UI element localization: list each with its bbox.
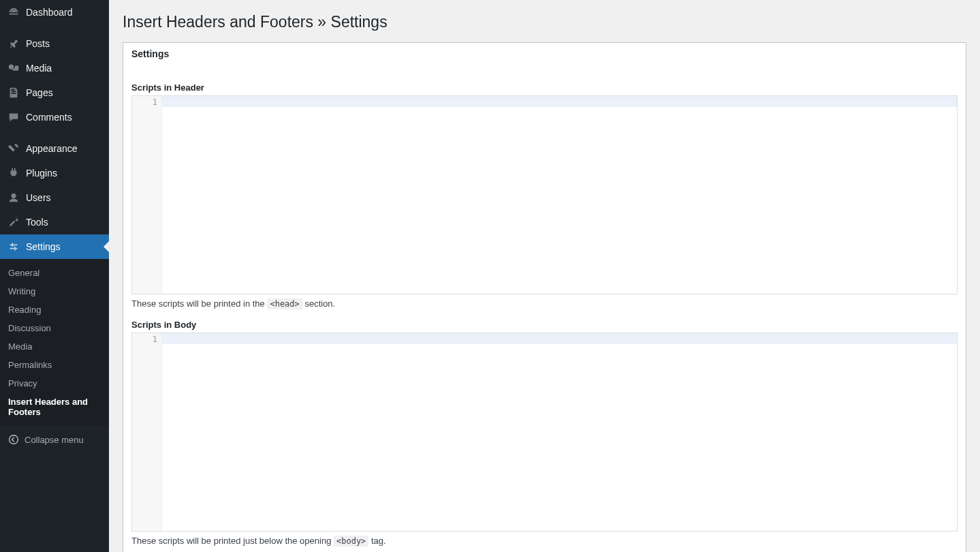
sidebar-item-tools[interactable]: Tools bbox=[0, 210, 109, 234]
appearance-icon bbox=[7, 142, 20, 155]
settings-icon bbox=[7, 240, 20, 254]
header-scripts-editor: 1 bbox=[131, 95, 958, 294]
submenu-item-general[interactable]: General bbox=[0, 264, 109, 282]
sidebar-item-plugins[interactable]: Plugins bbox=[0, 161, 109, 185]
pin-icon bbox=[7, 37, 20, 50]
sidebar-item-label: Tools bbox=[26, 217, 48, 228]
sidebar-item-label: Pages bbox=[26, 87, 53, 98]
collapse-icon bbox=[7, 433, 20, 446]
sidebar-item-dashboard[interactable]: Dashboard bbox=[0, 0, 109, 25]
line-number: 1 bbox=[132, 335, 157, 344]
sidebar-item-label: Posts bbox=[26, 38, 50, 49]
users-icon bbox=[7, 191, 20, 204]
admin-sidebar: Dashboard Posts Media Pages Comments App… bbox=[0, 0, 109, 552]
editor-gutter: 1 bbox=[132, 96, 162, 294]
header-scripts-description: These scripts will be printed in the <he… bbox=[131, 298, 958, 309]
sidebar-item-users[interactable]: Users bbox=[0, 185, 109, 210]
sidebar-item-label: Plugins bbox=[26, 168, 57, 179]
submenu-item-permalinks[interactable]: Permalinks bbox=[0, 356, 109, 374]
sidebar-item-label: Users bbox=[26, 192, 51, 203]
submenu-item-reading[interactable]: Reading bbox=[0, 301, 109, 319]
body-scripts-input[interactable] bbox=[162, 333, 957, 531]
sidebar-item-label: Dashboard bbox=[26, 7, 73, 18]
comments-icon bbox=[7, 110, 20, 124]
main-content: Insert Headers and Footers » Settings Se… bbox=[109, 0, 980, 552]
plugins-icon bbox=[7, 166, 20, 180]
collapse-label: Collapse menu bbox=[25, 435, 84, 445]
body-scripts-editor: 1 bbox=[131, 333, 958, 532]
svg-point-0 bbox=[10, 435, 18, 444]
sidebar-item-label: Settings bbox=[26, 241, 61, 252]
submenu-item-writing[interactable]: Writing bbox=[0, 282, 109, 301]
header-scripts-input[interactable] bbox=[162, 96, 957, 294]
sidebar-item-label: Media bbox=[26, 63, 52, 74]
submenu-item-insert-headers-footers[interactable]: Insert Headers and Footers bbox=[0, 393, 109, 421]
sidebar-item-label: Appearance bbox=[26, 143, 78, 154]
sidebar-item-posts[interactable]: Posts bbox=[0, 31, 109, 56]
panel-body: Scripts in Header 1 These scripts will b… bbox=[123, 65, 966, 552]
settings-submenu: General Writing Reading Discussion Media… bbox=[0, 259, 109, 426]
sidebar-item-appearance[interactable]: Appearance bbox=[0, 136, 109, 161]
panel-title: Settings bbox=[123, 43, 966, 65]
submenu-item-media[interactable]: Media bbox=[0, 337, 109, 356]
pages-icon bbox=[7, 86, 20, 99]
dashboard-icon bbox=[7, 5, 20, 19]
collapse-menu-button[interactable]: Collapse menu bbox=[0, 426, 109, 453]
header-scripts-label: Scripts in Header bbox=[131, 82, 958, 93]
editor-gutter: 1 bbox=[132, 333, 162, 531]
body-scripts-label: Scripts in Body bbox=[131, 320, 958, 330]
sidebar-item-label: Comments bbox=[26, 112, 72, 123]
sidebar-item-media[interactable]: Media bbox=[0, 56, 109, 80]
media-icon bbox=[7, 61, 20, 75]
page-title: Insert Headers and Footers » Settings bbox=[123, 7, 966, 42]
sidebar-item-settings[interactable]: Settings bbox=[0, 234, 109, 259]
settings-panel: Settings Scripts in Header 1 These scrip… bbox=[123, 42, 966, 552]
line-number: 1 bbox=[132, 97, 157, 107]
tools-icon bbox=[7, 215, 20, 229]
sidebar-item-pages[interactable]: Pages bbox=[0, 80, 109, 105]
body-scripts-description: These scripts will be printed just below… bbox=[131, 536, 958, 546]
submenu-item-privacy[interactable]: Privacy bbox=[0, 374, 109, 393]
sidebar-item-comments[interactable]: Comments bbox=[0, 105, 109, 129]
submenu-item-discussion[interactable]: Discussion bbox=[0, 319, 109, 337]
